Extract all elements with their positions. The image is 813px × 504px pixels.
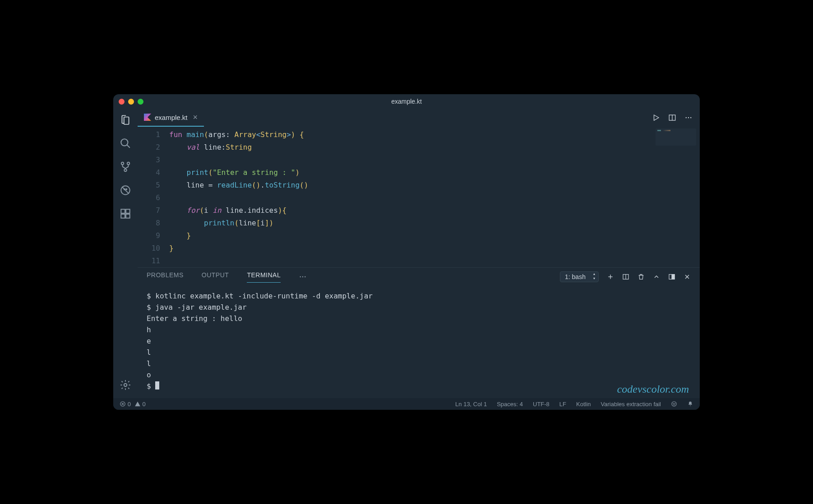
terminal-output[interactable]: $ kotlinc example.kt -include-runtime -d… [138,286,700,398]
chevron-up-icon[interactable] [653,273,660,280]
status-eol[interactable]: LF [559,401,566,408]
feedback-smiley-icon[interactable] [671,401,677,407]
split-terminal-icon[interactable] [622,273,629,280]
titlebar: example.kt [113,94,700,109]
status-cursor[interactable]: Ln 13, Col 1 [455,401,487,408]
run-icon[interactable] [652,114,660,122]
svg-point-21 [302,276,303,277]
svg-point-22 [305,276,305,277]
svg-rect-10 [121,214,125,218]
bell-icon[interactable] [687,401,693,407]
code-editor[interactable]: 1 2 3 4 5 6 7 8 9 10 11 fun main(args: A… [138,127,700,267]
new-terminal-icon[interactable] [607,273,614,280]
code-content[interactable]: fun main(args: Array<String>) { val line… [169,128,700,267]
panel-tab-problems[interactable]: PROBLEMS [147,271,184,282]
minimap[interactable] [656,128,696,146]
panel-tab-output[interactable]: OUTPUT [202,271,229,282]
terminal-selector[interactable]: 1: bash [560,271,599,282]
workbench: example.kt × 1 2 3 4 5 6 7 [113,109,700,398]
svg-rect-11 [126,214,130,218]
svg-point-8 [126,189,127,190]
trash-icon[interactable] [637,273,645,280]
settings-gear-icon[interactable] [119,378,132,392]
vscode-window: example.kt [113,94,700,410]
svg-rect-9 [121,209,125,213]
panel-more-icon[interactable] [299,273,307,281]
search-icon[interactable] [119,137,132,150]
status-bar: 0 0 Ln 13, Col 1 Spaces: 4 UTF-8 LF Kotl… [113,398,700,410]
svg-rect-12 [126,209,130,213]
kotlin-file-icon [144,114,151,121]
window-title: example.kt [391,98,422,105]
maximize-window-button[interactable] [138,99,143,105]
status-note[interactable]: Variables extraction fail [601,401,661,408]
terminal-cursor [155,381,159,389]
close-tab-icon[interactable]: × [193,113,198,122]
errors-count[interactable]: 0 [120,401,131,408]
line-numbers: 1 2 3 4 5 6 7 8 9 10 11 [138,128,169,267]
panel-actions: 1: bash [560,271,691,282]
status-encoding[interactable]: UTF-8 [533,401,550,408]
panel-tabs: PROBLEMS OUTPUT TERMINAL 1: bash [138,268,700,286]
minimize-window-button[interactable] [128,99,134,105]
more-actions-icon[interactable] [684,114,693,122]
svg-line-6 [122,187,129,193]
svg-point-3 [127,162,129,165]
bottom-panel: PROBLEMS OUTPUT TERMINAL 1: bash [138,267,700,398]
status-language[interactable]: Kotlin [576,401,591,408]
svg-point-0 [121,139,128,146]
svg-point-2 [121,162,124,165]
tab-bar: example.kt × [138,109,700,127]
svg-point-20 [300,276,301,277]
close-panel-icon[interactable] [684,273,691,280]
panel-tab-terminal[interactable]: TERMINAL [247,271,281,283]
traffic-lights [119,99,143,105]
explorer-icon[interactable] [119,113,132,127]
activity-bar [113,109,138,398]
close-window-button[interactable] [119,99,125,105]
svg-marker-14 [654,115,659,120]
status-indent[interactable]: Spaces: 4 [497,401,523,408]
svg-point-34 [672,402,677,407]
editor-group: example.kt × 1 2 3 4 5 6 7 [138,109,700,398]
svg-point-4 [124,169,126,171]
svg-point-18 [688,117,689,118]
svg-line-1 [127,145,130,148]
debug-icon[interactable] [119,183,132,197]
svg-point-19 [690,117,691,118]
watermark: codevscolor.com [617,383,689,395]
source-control-icon[interactable] [119,160,132,174]
tab-example-kt[interactable]: example.kt × [138,109,204,127]
svg-point-36 [674,403,675,403]
svg-point-13 [124,384,127,387]
maximize-panel-icon[interactable] [668,273,675,280]
svg-point-35 [673,403,674,403]
svg-point-17 [686,117,687,118]
extensions-icon[interactable] [119,207,132,220]
warnings-count[interactable]: 0 [134,401,146,408]
editor-actions [652,114,700,122]
svg-point-7 [124,189,125,190]
tab-label: example.kt [155,114,188,121]
split-editor-icon[interactable] [668,114,676,122]
svg-rect-28 [672,275,674,279]
